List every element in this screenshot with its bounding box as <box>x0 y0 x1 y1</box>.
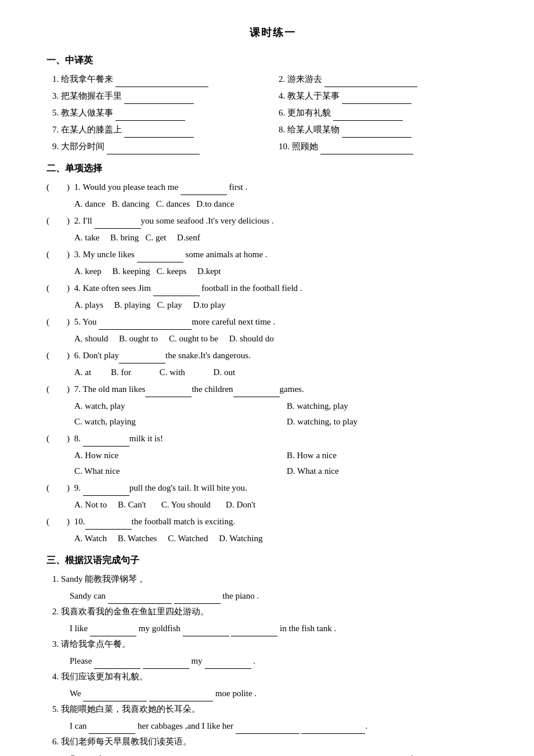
mc-question-7: ( ) 7. The old man likesthe childrengame… <box>46 381 499 397</box>
section2: ( ) 1. Would you please teach me first .… <box>46 179 499 546</box>
section3: 1. Sandy 能教我弹钢琴 。 Sandy can the piano . … <box>46 571 499 756</box>
mc-options-5: A. should B. ought to C. ought to be D. … <box>46 331 499 347</box>
translation-item-4: 4. 教某人于某事 <box>279 88 499 104</box>
fill-english-1: Sandy can the piano . <box>64 588 499 604</box>
fill-english-4: We moe polite . <box>64 686 499 701</box>
fill-english-5: I can her cabbages ,and I like her . <box>64 718 499 734</box>
mc-options-7: A. watch, play B. watching, play C. watc… <box>46 398 499 430</box>
page-title: 课时练一 <box>46 23 499 42</box>
fill-chinese-4: 4. 我们应该更加有礼貌。 <box>46 669 499 685</box>
translation-item-2: 2. 游来游去 <box>279 71 499 87</box>
mc-question-6: ( ) 6. Don't playthe snake.It's dangerou… <box>46 348 499 363</box>
translation-item-9: 9. 大部分时间 <box>52 139 273 154</box>
mc-question-2: ( ) 2. I'll you some seafood .It's very … <box>46 213 499 229</box>
section1-header: 一、中译英 <box>46 52 499 69</box>
mc-options-3: A. keep B. keeping C. keeps D.kept <box>46 264 499 279</box>
translation-section: 1. 给我拿午餐来 2. 游来游去 3. 把某物握在手里 4. 教某人于某事 5… <box>46 71 499 154</box>
fill-chinese-5: 5. 我能喂她白菜，我喜欢她的长耳朵。 <box>46 701 499 717</box>
mc-options-10: A. Watch B. Watches C. Watched D. Watchi… <box>46 531 499 546</box>
fill-english-2: I like my goldfish in the fish tank . <box>64 621 499 636</box>
fill-chinese-6: 6. 我们老师每天早晨教我们读英语。 <box>46 734 499 750</box>
mc-options-9: A. Not to B. Can't C. You should D. Don'… <box>46 497 499 513</box>
translation-item-1: 1. 给我拿午餐来 <box>52 71 273 87</box>
fill-english-3: Please my . <box>64 653 499 669</box>
translation-item-5: 5. 教某人做某事 <box>52 105 273 121</box>
mc-question-10: ( ) 10.the football match is exciting. <box>46 514 499 530</box>
fill-chinese-1: 1. Sandy 能教我弹钢琴 。 <box>46 571 499 587</box>
section3-header: 三、根据汉语完成句子 <box>46 552 499 569</box>
mc-options-6: A. at B. for C. with D. out <box>46 365 499 380</box>
fill-chinese-3: 3. 请给我拿点午餐。 <box>46 636 499 652</box>
translation-item-7: 7. 在某人的膝盖上 <box>52 122 273 138</box>
mc-options-2: A. take B. bring C. get D.senf <box>46 230 499 246</box>
mc-options-4: A. plays B. playing C. play D.to play <box>46 297 499 313</box>
mc-question-5: ( ) 5. You more careful next time . <box>46 314 499 330</box>
mc-question-8: ( ) 8. milk it is! <box>46 431 499 447</box>
section2-header: 二、单项选择 <box>46 160 499 177</box>
translation-item-10: 10. 照顾她 <box>279 139 499 154</box>
mc-question-1: ( ) 1. Would you please teach me first . <box>46 179 499 195</box>
mc-question-9: ( ) 9. pull the dog's tail. It will bite… <box>46 480 499 496</box>
translation-item-8: 8. 给某人喂某物 <box>279 122 499 138</box>
mc-options-8: A. How nice B. How a nice C. What nice D… <box>46 448 499 479</box>
mc-options-1: A. dance B. dancing C. dances D.to dance <box>46 196 499 212</box>
translation-item-6: 6. 更加有礼貌 <box>279 105 499 121</box>
translation-item-3: 3. 把某物握在手里 <box>52 88 273 104</box>
mc-question-3: ( ) 3. My uncle likes some animals at ho… <box>46 247 499 262</box>
fill-chinese-2: 2. 我喜欢看我的金鱼在鱼缸里四处游动。 <box>46 604 499 620</box>
mc-question-4: ( ) 4. Kate often sees Jim football in t… <box>46 280 499 296</box>
fill-english-6: Our teacher every morning . <box>64 751 499 756</box>
